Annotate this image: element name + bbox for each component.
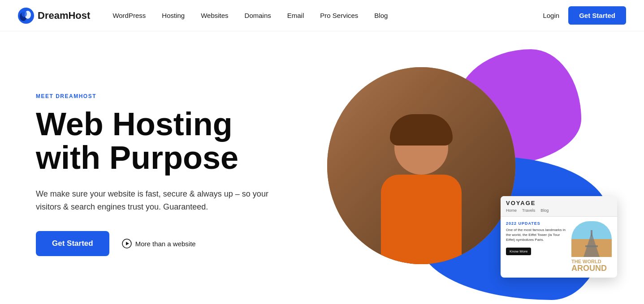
more-than-website-label: More than a website	[135, 240, 196, 248]
nav-item-email[interactable]: Email	[287, 12, 304, 19]
card-site-name: VOYAGE	[506, 200, 612, 206]
hero-content: MEET DREAMHOST Web Hosting with Purpose …	[36, 93, 314, 257]
card-image-area: THE WORLD AROUND	[571, 221, 612, 273]
card-headline: One of the most famous landmarks in the …	[506, 227, 567, 243]
hero-title-line2: with Purpose	[36, 140, 238, 176]
play-circle-icon	[122, 239, 132, 248]
svg-marker-5	[126, 242, 129, 245]
hero-subtitle: We make sure your website is fast, secur…	[36, 188, 269, 214]
card-header: VOYAGE Home Travels Blog	[501, 196, 617, 217]
hero-actions: Get Started More than a website	[36, 231, 314, 256]
meet-label: MEET DREAMHOST	[36, 93, 314, 99]
navbar: DreamHost WordPress Hosting Websites Dom…	[0, 0, 644, 31]
person-head	[394, 121, 448, 175]
nav-get-started-button[interactable]: Get Started	[568, 6, 626, 25]
logo-link[interactable]: DreamHost	[18, 8, 90, 24]
website-card-overlay: VOYAGE Home Travels Blog 2022 UPDATES On…	[501, 196, 617, 278]
card-nav-travels: Travels	[522, 208, 535, 213]
card-body: 2022 UPDATES One of the most famous land…	[501, 217, 617, 278]
dreamhost-logo-icon	[18, 8, 34, 24]
hero-title-line1: Web Hosting	[36, 106, 233, 142]
card-tag: 2022 UPDATES	[506, 221, 567, 226]
more-than-website-link[interactable]: More than a website	[122, 239, 196, 248]
card-nav-blog: Blog	[540, 208, 549, 213]
card-around-text: AROUND	[571, 264, 607, 273]
nav-item-blog[interactable]: Blog	[374, 12, 388, 19]
nav-right: Login Get Started	[543, 6, 626, 25]
nav-item-wordpress[interactable]: WordPress	[112, 12, 146, 19]
login-link[interactable]: Login	[543, 12, 559, 19]
nav-item-pro-services[interactable]: Pro Services	[320, 12, 358, 19]
nav-item-websites[interactable]: Websites	[201, 12, 228, 19]
card-text-area: 2022 UPDATES One of the most famous land…	[506, 221, 567, 273]
eiffel-tower-icon	[583, 230, 601, 257]
hero-get-started-button[interactable]: Get Started	[36, 231, 109, 256]
hero-visual: VOYAGE Home Travels Blog 2022 UPDATES On…	[314, 58, 608, 291]
hero-photo-circle	[327, 67, 515, 264]
svg-point-3	[22, 11, 27, 17]
card-nav-home: Home	[506, 208, 517, 213]
brand-name: DreamHost	[38, 10, 90, 21]
photo-circle-inner	[327, 67, 515, 264]
nav-item-hosting[interactable]: Hosting	[162, 12, 185, 19]
nav-links: WordPress Hosting Websites Domains Email…	[112, 12, 543, 19]
person-figure	[381, 121, 462, 264]
hero-section: MEET DREAMHOST Web Hosting with Purpose …	[0, 31, 644, 304]
nav-item-domains[interactable]: Domains	[245, 12, 271, 19]
card-know-more-btn[interactable]: Know More	[506, 248, 531, 255]
person-body	[381, 175, 462, 264]
card-nav: Home Travels Blog	[506, 208, 612, 213]
card-eiffel-image	[571, 221, 612, 257]
hero-title: Web Hosting with Purpose	[36, 107, 314, 175]
